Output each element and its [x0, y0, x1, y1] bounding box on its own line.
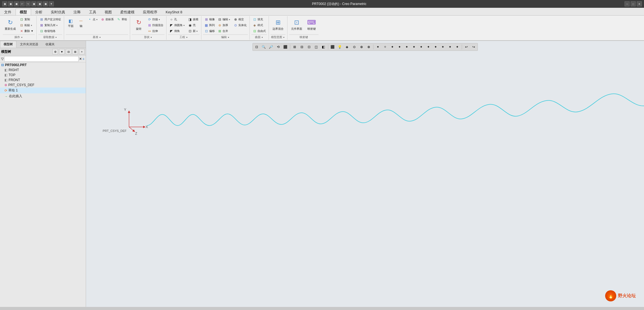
tab-tools[interactable]: 工具: [85, 9, 100, 15]
btn-new-eng[interactable]: ⊡ 新 ▼: [187, 28, 199, 34]
tree-item-csys[interactable]: ⊕ PRT_CSYS_DEF: [0, 82, 86, 88]
btn-hole[interactable]: ○ 孔: [168, 17, 186, 22]
vp-more12[interactable]: ✦: [454, 44, 461, 50]
btn-pull[interactable]: ⇔ 拉伸: [146, 28, 165, 34]
minimize-button[interactable]: ─: [625, 1, 630, 6]
btn-delete[interactable]: ✕ 删除 ▼: [18, 28, 35, 34]
tree-item-root[interactable]: ⊟ PRT0002.PRT: [0, 62, 86, 68]
vp-section[interactable]: ⊗: [365, 44, 372, 50]
vp-more2[interactable]: ✧: [382, 44, 388, 50]
search-clear-icon[interactable]: ✕: [79, 57, 82, 61]
btn-edit-drop[interactable]: ⊟ 编辑 ▼: [216, 17, 232, 22]
btn-bevel[interactable]: ◤ 倒角: [168, 28, 186, 34]
qa-save[interactable]: ◼: [14, 1, 19, 6]
vp-more9[interactable]: ✦: [432, 44, 439, 50]
vp-display4[interactable]: ◫: [313, 44, 320, 50]
tree-item-insert[interactable]: → 在此插入: [0, 93, 86, 99]
btn-rotate[interactable]: ↻ 旋转: [132, 17, 146, 32]
tree-item-top[interactable]: ◧ TOP: [0, 72, 86, 78]
vp-orient[interactable]: ⊕: [358, 44, 365, 50]
qa-undo[interactable]: ↩: [20, 1, 25, 6]
vp-persp[interactable]: ⬛: [329, 44, 336, 50]
tab-annotation[interactable]: 注释: [69, 9, 85, 15]
btn-style[interactable]: ◈ 样式: [251, 22, 267, 28]
vp-redo-view[interactable]: ↪: [470, 44, 477, 50]
vp-lights[interactable]: 💡: [337, 44, 343, 50]
btn-free[interactable]: ⊟ 自由式: [251, 28, 267, 34]
btn-blend[interactable]: ⊞ 扫描混合: [146, 22, 165, 28]
qa-close[interactable]: ◼: [37, 1, 42, 6]
btn-copy-geo[interactable]: ⊠ 复制几何 ▼: [38, 22, 62, 28]
tab-analysis[interactable]: 分析: [31, 9, 47, 15]
btn-scan[interactable]: ⟳ 扫描 ▼: [146, 17, 165, 22]
tab-file[interactable]: 文件: [0, 9, 16, 15]
search-add-icon[interactable]: +: [82, 57, 85, 61]
btn-mapping-key[interactable]: ⌨ 映射键: [305, 17, 319, 32]
tab-keyshot[interactable]: KeyShot 8: [161, 9, 186, 15]
tree-expand-btn[interactable]: ⊞: [72, 49, 78, 54]
vp-zoom-out[interactable]: 🔎: [268, 44, 274, 50]
tree-add-btn[interactable]: +: [79, 49, 85, 54]
tab-model[interactable]: 模型: [16, 9, 31, 15]
btn-chamfer[interactable]: ◤ 倒圆角 ▼: [168, 22, 186, 28]
vp-more4[interactable]: ✦: [396, 44, 403, 50]
tab-simulation[interactable]: 实时仿真: [47, 9, 69, 15]
vp-refit[interactable]: ⟲: [275, 44, 282, 50]
btn-array[interactable]: ▦ 阵列: [203, 22, 216, 28]
vp-more3[interactable]: ✦: [389, 44, 396, 50]
tab-view[interactable]: 视图: [100, 9, 116, 15]
tree-filter-btn[interactable]: ▼: [59, 49, 65, 54]
btn-point[interactable]: • 点 ▼: [87, 17, 99, 22]
tab-model-tree[interactable]: 模型树: [0, 41, 16, 48]
vp-undo-view[interactable]: ↩: [463, 44, 470, 50]
vp-view-named[interactable]: ⬛: [282, 44, 289, 50]
search-input[interactable]: [4, 56, 79, 62]
btn-thicken[interactable]: ⊕ 加厚: [216, 22, 232, 28]
qa-custom[interactable]: ◼: [43, 1, 48, 6]
btn-csys[interactable]: ⊕ 坐标系: [99, 17, 115, 22]
tree-item-right[interactable]: ◧ RIGHT: [0, 68, 86, 72]
qa-new[interactable]: ◼: [2, 1, 7, 6]
btn-solidify[interactable]: ⊙ 实体化: [232, 22, 248, 28]
maximize-button[interactable]: □: [631, 1, 636, 6]
vp-appear[interactable]: ◈: [344, 44, 350, 50]
tree-item-sketch1[interactable]: ⟳ 草绘 1: [0, 88, 86, 93]
tree-collapse-btn[interactable]: ⊟: [66, 49, 71, 54]
viewport[interactable]: ⊡ 🔍 🔎 ⟲ ⬛ ⊞ ⊟ ⊡ ◫ ◧ ⬛ 💡 ◈ ⊙ ⊕ ⊗ ✦ ✧ ✦ ✦ …: [86, 41, 644, 307]
qa-more[interactable]: ▼: [49, 1, 54, 6]
qa-redo[interactable]: ↪: [26, 1, 31, 6]
btn-blend-edge[interactable]: ⊞ 边界混合: [271, 17, 286, 32]
tree-item-front[interactable]: ◧ FRONT: [0, 78, 86, 82]
btn-copy[interactable]: ⊡ 复制: [18, 17, 35, 22]
vp-more1[interactable]: ✦: [375, 44, 381, 50]
vp-display2[interactable]: ⊟: [299, 44, 305, 50]
btn-axis[interactable]: ─ 轴: [76, 17, 86, 29]
vp-more8[interactable]: ✦: [425, 44, 432, 50]
tab-favorites[interactable]: 收藏夹: [42, 41, 58, 48]
btn-paste[interactable]: ⊟ 粘贴 ▼: [18, 22, 35, 28]
qa-regen[interactable]: ◼: [31, 1, 36, 6]
vp-display5[interactable]: ◧: [320, 44, 327, 50]
btn-intersect[interactable]: ⊗ 相交: [232, 17, 248, 22]
vp-zoom-fit[interactable]: ⊡: [253, 44, 260, 50]
vp-display3[interactable]: ⊡: [306, 44, 312, 50]
tab-folder-browser[interactable]: 文件夹浏览器: [16, 41, 42, 48]
tab-apps[interactable]: 应用程序: [139, 9, 161, 15]
btn-fill[interactable]: ⊡ 填充: [251, 17, 267, 22]
tree-settings-btn[interactable]: ⚙: [52, 49, 58, 54]
vp-display1[interactable]: ⊞: [291, 44, 298, 50]
btn-sketch-datum[interactable]: ✎ 草绘: [115, 17, 128, 22]
btn-user-feature[interactable]: ⊞ 用户定义特征: [38, 17, 62, 22]
btn-mirror[interactable]: ⊞ 镜像: [203, 17, 216, 22]
btn-offset[interactable]: ⊡ 偏移: [203, 28, 216, 34]
btn-component-interface[interactable]: ⊡ 元件界面: [289, 17, 304, 32]
tab-flex[interactable]: 柔性建模: [116, 9, 139, 15]
btn-merge[interactable]: ⊠ 合并: [216, 28, 232, 34]
vp-more10[interactable]: ✦: [440, 44, 446, 50]
vp-more6[interactable]: ✦: [411, 44, 417, 50]
vp-more7[interactable]: ✦: [418, 44, 425, 50]
close-button[interactable]: ✕: [637, 1, 642, 6]
btn-shell[interactable]: ◉ 壳: [187, 22, 199, 28]
qa-open[interactable]: ◼: [8, 1, 13, 6]
btn-plane[interactable]: ◧ 平面: [66, 17, 76, 29]
